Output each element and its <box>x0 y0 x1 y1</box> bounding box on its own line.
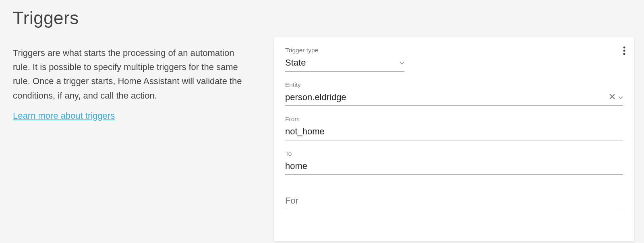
clear-icon[interactable] <box>609 94 615 101</box>
triggers-info-panel: Triggers Triggers are what starts the pr… <box>0 0 274 243</box>
dropdown-icon[interactable] <box>400 59 404 66</box>
learn-more-link[interactable]: Learn more about triggers <box>13 111 115 121</box>
for-field: For <box>285 194 623 209</box>
trigger-type-select[interactable]: State <box>285 56 404 72</box>
svg-point-1 <box>623 50 625 52</box>
to-label: To <box>285 150 623 157</box>
section-description: Triggers are what starts the processing … <box>13 46 253 103</box>
to-field: To <box>285 150 623 175</box>
from-input[interactable] <box>285 125 623 138</box>
from-label: From <box>285 115 623 123</box>
trigger-type-field: Trigger type State <box>285 47 623 72</box>
entity-field: Entity <box>285 81 623 106</box>
trigger-card: Trigger type State Entity <box>274 37 634 241</box>
dropdown-icon[interactable] <box>618 94 623 101</box>
entity-select[interactable] <box>285 91 623 106</box>
card-menu-button[interactable] <box>621 44 627 57</box>
to-input[interactable] <box>285 160 623 173</box>
section-title: Triggers <box>13 8 261 28</box>
entity-input[interactable] <box>285 91 606 104</box>
trigger-type-value: State <box>285 56 396 70</box>
from-field: From <box>285 115 623 140</box>
more-vert-icon <box>623 46 625 56</box>
entity-label: Entity <box>285 81 623 89</box>
trigger-type-label: Trigger type <box>285 47 623 54</box>
svg-point-2 <box>623 53 625 55</box>
for-input[interactable] <box>285 194 623 207</box>
svg-point-0 <box>623 47 625 49</box>
